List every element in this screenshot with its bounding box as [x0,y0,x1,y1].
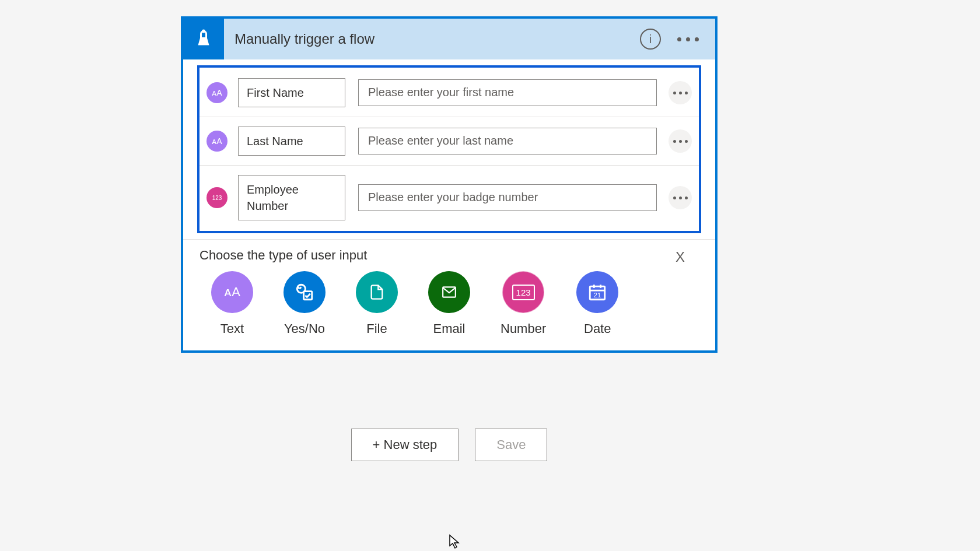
input-label[interactable]: Employee Number [238,175,345,220]
input-row-first-name: ᴀA First Name Please enter your first na… [200,69,699,117]
input-placeholder[interactable]: Please enter your first name [358,79,657,106]
input-label[interactable]: Last Name [238,127,345,156]
input-row-last-name: ᴀA Last Name Please enter your last name [200,117,699,166]
inputs-highlight: ᴀA First Name Please enter your first na… [197,65,701,233]
close-icon[interactable]: X [676,249,685,265]
yesno-icon [284,271,326,313]
input-placeholder[interactable]: Please enter your badge number [358,184,657,211]
type-option-number[interactable]: 123 Number [501,271,546,336]
type-option-yesno[interactable]: Yes/No [284,271,326,336]
info-icon[interactable]: i [640,29,661,50]
row-more-icon[interactable] [668,81,692,104]
trigger-card: Manually trigger a flow i ᴀA First Name … [181,16,718,353]
date-icon: 21 [576,271,618,313]
trigger-title: Manually trigger a flow [224,31,640,47]
type-option-label: Number [501,321,546,336]
row-more-icon[interactable] [668,129,692,153]
more-icon[interactable] [677,37,699,41]
type-options: ᴀA Text Yes/No [200,271,699,336]
type-option-email[interactable]: Email [428,271,470,336]
text-type-icon: ᴀA [206,131,228,152]
input-type-chooser: Choose the type of user input X ᴀA Text … [183,239,715,350]
inputs-area: ᴀA First Name Please enter your first na… [194,62,705,237]
cursor-icon [449,534,460,549]
type-option-label: Yes/No [284,321,325,336]
manual-trigger-icon [183,19,224,59]
input-placeholder[interactable]: Please enter your last name [358,128,657,155]
number-type-icon: 123 [206,187,228,208]
type-option-label: Date [584,321,611,336]
trigger-header[interactable]: Manually trigger a flow i [183,19,715,59]
row-more-icon[interactable] [668,186,692,209]
type-option-label: Email [433,321,465,336]
input-row-employee-number: 123 Employee Number Please enter your ba… [200,166,699,230]
svg-text:21: 21 [594,292,601,299]
chooser-title: Choose the type of user input [200,248,699,263]
file-icon [356,271,398,313]
footer-actions: + New step Save [181,429,718,461]
type-option-date[interactable]: 21 Date [576,271,618,336]
email-icon [428,271,470,313]
type-option-label: File [366,321,387,336]
text-icon: ᴀA [211,271,253,313]
type-option-file[interactable]: File [356,271,398,336]
number-icon: 123 [502,271,544,313]
svg-point-0 [203,30,205,32]
type-option-label: Text [220,321,244,336]
save-button[interactable]: Save [475,429,547,461]
text-type-icon: ᴀA [206,82,228,103]
new-step-button[interactable]: + New step [351,429,459,461]
input-label[interactable]: First Name [238,78,345,107]
type-option-text[interactable]: ᴀA Text [211,271,253,336]
